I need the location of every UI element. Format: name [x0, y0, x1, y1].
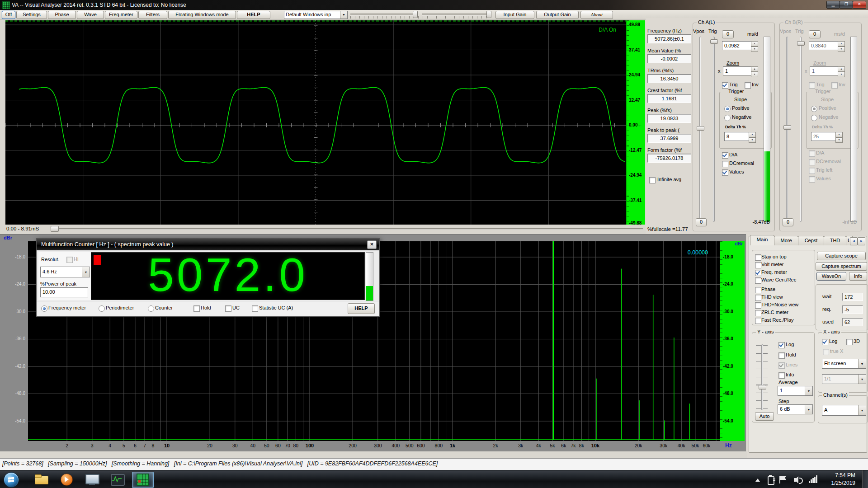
capture-scope-button[interactable]: Capture scope	[817, 252, 866, 260]
output-gain-slider[interactable]	[422, 14, 490, 15]
truex-checkbox[interactable]	[823, 349, 829, 355]
toolbar-button-wave[interactable]: Wave	[77, 11, 104, 19]
taskbar-folder-icon[interactable]	[34, 473, 48, 486]
x-log-checkbox[interactable]	[822, 339, 828, 345]
delta-th-spinner[interactable]: ▲▼	[749, 132, 756, 141]
output-gain-button[interactable]: Output Gain	[536, 11, 579, 19]
zoom-input[interactable]: 1	[810, 66, 839, 75]
audio-device-select[interactable]: Default Windows inp ▼	[284, 11, 348, 19]
trig-checkbox[interactable]	[809, 82, 815, 89]
tab-scroll-right[interactable]: ►	[858, 237, 865, 245]
trig-left-checkbox[interactable]	[809, 168, 815, 174]
chevron-down-icon[interactable]: ▼	[858, 359, 866, 368]
chevron-down-icon[interactable]: ▼	[858, 405, 866, 415]
zoom-input[interactable]: 1	[723, 66, 752, 75]
inv-checkbox[interactable]	[745, 82, 751, 89]
toolbar-button-freq-meter[interactable]: Freq.meter	[105, 11, 137, 19]
chevron-down-icon[interactable]: ▼	[340, 11, 347, 19]
chevron-down-icon[interactable]: ▼	[858, 375, 866, 384]
chevron-down-icon[interactable]: ▼	[82, 267, 90, 277]
volt-meter-checkbox[interactable]	[755, 262, 761, 268]
resolution-select[interactable]: 4.6 Hz▼	[40, 267, 90, 277]
about-button[interactable]: About	[580, 11, 613, 19]
dcremoval-checkbox[interactable]	[809, 159, 815, 165]
delta-th-input[interactable]: 8	[724, 132, 750, 141]
trig-slider-thumb[interactable]	[797, 41, 805, 46]
msd-input[interactable]: 0.8840	[809, 41, 839, 50]
capture-spectrum-button[interactable]: Capture spectrum	[816, 262, 867, 271]
vpos-slider-thumb[interactable]	[697, 126, 704, 131]
taskbar-analyzer-app-icon[interactable]	[110, 473, 124, 486]
multifunction-counter-dialog[interactable]: Multifunction Counter [ Hz ] - ( spectru…	[36, 238, 380, 317]
counter-hold-checkbox[interactable]	[193, 305, 200, 312]
level-zero-button[interactable]: 0	[783, 218, 793, 226]
field-value[interactable]: 172	[842, 293, 863, 301]
hi-checkbox[interactable]	[66, 257, 73, 263]
fast-rec-play-checkbox[interactable]	[755, 318, 761, 324]
spin-down-icon[interactable]: ▼	[751, 47, 758, 52]
taskbar-media-player-icon[interactable]	[60, 473, 73, 486]
spin-up-icon[interactable]: ▲	[835, 132, 843, 137]
auto-button[interactable]: Auto	[755, 412, 774, 421]
power-of-peak-input[interactable]: 10.00	[40, 287, 88, 297]
spin-up-icon[interactable]: ▲	[749, 132, 756, 137]
stay-on-top-checkbox[interactable]	[755, 254, 761, 261]
taskbar-clock[interactable]: 7:54 PM 1/25/2019	[815, 472, 855, 487]
spin-down-icon[interactable]: ▼	[749, 137, 756, 143]
spin-down-icon[interactable]: ▼	[751, 72, 758, 77]
counter-mode-counter[interactable]	[148, 305, 154, 312]
step-select[interactable]: 6 dB▼	[778, 404, 813, 414]
msd-input[interactable]: 0.0982	[722, 41, 752, 50]
tab-main[interactable]: Main	[750, 235, 774, 245]
show-desktop-button[interactable]	[862, 470, 868, 488]
msd-spinner[interactable]: ▲▼	[838, 41, 845, 50]
vpos-zero-button[interactable]: 0	[809, 30, 821, 38]
average-select[interactable]: 1▼	[778, 386, 813, 396]
lines-checkbox[interactable]	[778, 362, 785, 369]
spin-down-icon[interactable]: ▼	[838, 47, 845, 52]
scope-scrollbar-thumb[interactable]	[51, 226, 59, 232]
thd-noise-view-checkbox[interactable]	[755, 302, 761, 309]
counter-help-button[interactable]: HELP	[348, 303, 375, 314]
field-value[interactable]: -5	[842, 305, 863, 314]
toolbar-button-off[interactable]: Off	[2, 11, 15, 19]
ratio-select[interactable]: 1/1▼	[822, 374, 866, 384]
spin-up-icon[interactable]: ▲	[751, 41, 758, 47]
values-checkbox[interactable]	[809, 176, 815, 183]
slope-negative-radio[interactable]	[724, 115, 731, 121]
freq-meter-checkbox[interactable]	[755, 270, 761, 276]
slope-positive-radio[interactable]	[811, 106, 817, 112]
log-checkbox[interactable]	[778, 342, 785, 348]
hold-checkbox[interactable]	[778, 352, 785, 359]
minimize-button[interactable]: ▁	[826, 1, 840, 9]
toolbar-button-floating-windows-mode[interactable]: Floating Windows mode	[168, 11, 236, 19]
thd-view-checkbox[interactable]	[755, 295, 761, 301]
field-value[interactable]: 62	[842, 318, 863, 326]
close-button[interactable]: ✕	[853, 1, 866, 9]
inv-checkbox[interactable]	[831, 82, 838, 89]
vpos-zero-button[interactable]: 0	[722, 30, 734, 38]
tab-more[interactable]: More	[774, 236, 798, 245]
spin-up-icon[interactable]: ▲	[838, 41, 845, 47]
chevron-down-icon[interactable]: ▼	[805, 405, 812, 414]
maximize-button[interactable]: ❐	[840, 1, 853, 9]
info-button[interactable]: Info	[849, 272, 867, 281]
chevron-down-icon[interactable]: ▼	[805, 386, 812, 395]
toolbar-button-phase[interactable]: Phase	[48, 11, 76, 19]
values-checkbox[interactable]	[722, 169, 728, 176]
delta-th-input[interactable]: 25	[811, 132, 836, 141]
toolbar-button-settings[interactable]: Settings	[16, 11, 47, 19]
spin-down-icon[interactable]: ▼	[838, 72, 845, 77]
tab-thd[interactable]: THD	[824, 236, 846, 245]
y-range-slider-thumb[interactable]	[759, 385, 766, 389]
x-3d-checkbox[interactable]	[846, 339, 853, 345]
input-gain-button[interactable]: Input Gain	[495, 11, 534, 19]
fit-screen-select[interactable]: Fit screen▼	[822, 359, 866, 369]
counter-mode-frequency-meter[interactable]	[41, 305, 47, 312]
slope-negative-radio[interactable]	[811, 115, 817, 121]
tray-hidden-icons-arrow[interactable]	[755, 479, 760, 482]
counter-statistic-uc-a--checkbox[interactable]	[252, 305, 258, 312]
tab-cepst[interactable]: Cepst	[798, 236, 824, 245]
toolbar-button-filters[interactable]: Filters	[138, 11, 167, 19]
infinite-avg-checkbox[interactable]	[649, 177, 656, 183]
